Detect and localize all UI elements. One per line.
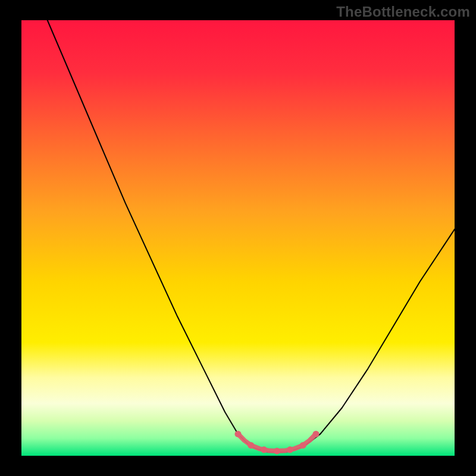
- optimal-dot: [235, 431, 242, 437]
- optimal-dot: [248, 442, 254, 449]
- optimal-dot: [300, 442, 306, 449]
- optimal-dot: [313, 431, 320, 437]
- chart-stage: TheBottleneck.com: [0, 0, 476, 476]
- optimal-dot: [261, 446, 267, 453]
- watermark-label: TheBottleneck.com: [336, 4, 470, 20]
- optimal-dot: [287, 446, 293, 453]
- bottleneck-chart: [0, 0, 476, 476]
- optimal-dot: [274, 447, 280, 454]
- plot-background: [21, 20, 455, 456]
